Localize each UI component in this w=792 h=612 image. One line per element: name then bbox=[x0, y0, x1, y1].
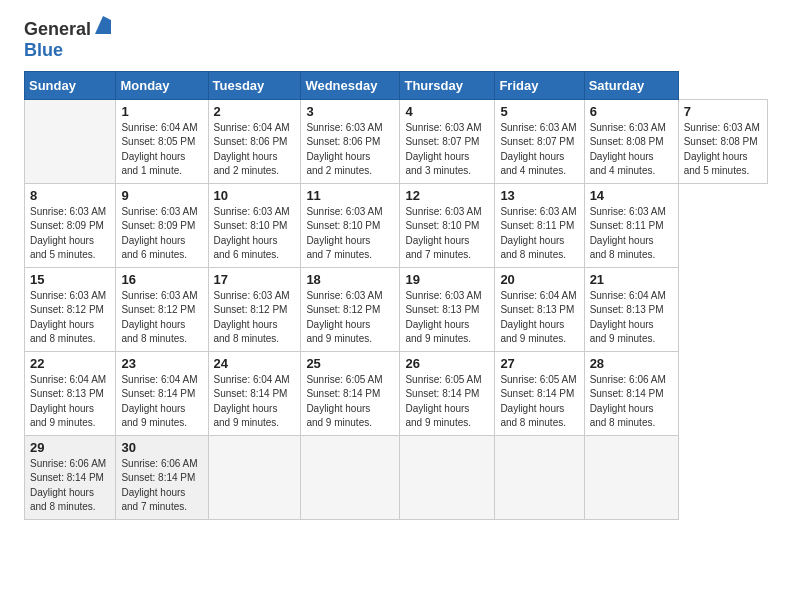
calendar-day-cell: 22 Sunrise: 6:04 AMSunset: 8:13 PMDaylig… bbox=[25, 351, 116, 435]
calendar-header-wednesday: Wednesday bbox=[301, 71, 400, 99]
calendar-week-row: 1 Sunrise: 6:04 AMSunset: 8:05 PMDayligh… bbox=[25, 99, 768, 183]
logo-icon bbox=[95, 16, 111, 34]
day-info: Sunrise: 6:04 AMSunset: 8:13 PMDaylight … bbox=[590, 290, 666, 345]
logo-blue-text: Blue bbox=[24, 40, 63, 61]
calendar-day-cell bbox=[584, 435, 678, 519]
calendar-table: SundayMondayTuesdayWednesdayThursdayFrid… bbox=[24, 71, 768, 520]
calendar-day-cell bbox=[208, 435, 301, 519]
day-info: Sunrise: 6:04 AMSunset: 8:14 PMDaylight … bbox=[214, 374, 290, 429]
day-number: 4 bbox=[405, 104, 489, 119]
logo-general-text: General bbox=[24, 20, 91, 40]
empty-cell bbox=[25, 99, 116, 183]
day-number: 17 bbox=[214, 272, 296, 287]
day-number: 9 bbox=[121, 188, 202, 203]
day-number: 19 bbox=[405, 272, 489, 287]
day-info: Sunrise: 6:05 AMSunset: 8:14 PMDaylight … bbox=[306, 374, 382, 429]
day-number: 22 bbox=[30, 356, 110, 371]
header: General Blue bbox=[24, 20, 768, 61]
logo: General Blue bbox=[24, 20, 111, 61]
day-number: 11 bbox=[306, 188, 394, 203]
calendar-day-cell: 15 Sunrise: 6:03 AMSunset: 8:12 PMDaylig… bbox=[25, 267, 116, 351]
calendar-week-row: 15 Sunrise: 6:03 AMSunset: 8:12 PMDaylig… bbox=[25, 267, 768, 351]
day-info: Sunrise: 6:03 AMSunset: 8:10 PMDaylight … bbox=[306, 206, 382, 261]
day-number: 23 bbox=[121, 356, 202, 371]
day-number: 13 bbox=[500, 188, 578, 203]
calendar-day-cell: 29 Sunrise: 6:06 AMSunset: 8:14 PMDaylig… bbox=[25, 435, 116, 519]
day-info: Sunrise: 6:03 AMSunset: 8:08 PMDaylight … bbox=[590, 122, 666, 177]
calendar-header-row: SundayMondayTuesdayWednesdayThursdayFrid… bbox=[25, 71, 768, 99]
calendar-day-cell: 1 Sunrise: 6:04 AMSunset: 8:05 PMDayligh… bbox=[116, 99, 208, 183]
day-info: Sunrise: 6:03 AMSunset: 8:09 PMDaylight … bbox=[121, 206, 197, 261]
day-number: 7 bbox=[684, 104, 762, 119]
day-info: Sunrise: 6:06 AMSunset: 8:14 PMDaylight … bbox=[30, 458, 106, 513]
calendar-body: 1 Sunrise: 6:04 AMSunset: 8:05 PMDayligh… bbox=[25, 99, 768, 519]
calendar-day-cell: 13 Sunrise: 6:03 AMSunset: 8:11 PMDaylig… bbox=[495, 183, 584, 267]
calendar-header-sunday: Sunday bbox=[25, 71, 116, 99]
calendar-day-cell: 7 Sunrise: 6:03 AMSunset: 8:08 PMDayligh… bbox=[678, 99, 767, 183]
calendar-day-cell: 23 Sunrise: 6:04 AMSunset: 8:14 PMDaylig… bbox=[116, 351, 208, 435]
day-number: 8 bbox=[30, 188, 110, 203]
day-info: Sunrise: 6:05 AMSunset: 8:14 PMDaylight … bbox=[500, 374, 576, 429]
calendar-header-saturday: Saturday bbox=[584, 71, 678, 99]
calendar-day-cell: 24 Sunrise: 6:04 AMSunset: 8:14 PMDaylig… bbox=[208, 351, 301, 435]
calendar-week-row: 29 Sunrise: 6:06 AMSunset: 8:14 PMDaylig… bbox=[25, 435, 768, 519]
calendar-day-cell: 17 Sunrise: 6:03 AMSunset: 8:12 PMDaylig… bbox=[208, 267, 301, 351]
day-number: 6 bbox=[590, 104, 673, 119]
calendar-day-cell bbox=[301, 435, 400, 519]
calendar-day-cell: 27 Sunrise: 6:05 AMSunset: 8:14 PMDaylig… bbox=[495, 351, 584, 435]
day-number: 28 bbox=[590, 356, 673, 371]
svg-marker-0 bbox=[95, 16, 111, 34]
day-info: Sunrise: 6:03 AMSunset: 8:12 PMDaylight … bbox=[30, 290, 106, 345]
day-number: 24 bbox=[214, 356, 296, 371]
day-info: Sunrise: 6:04 AMSunset: 8:13 PMDaylight … bbox=[30, 374, 106, 429]
calendar-day-cell: 8 Sunrise: 6:03 AMSunset: 8:09 PMDayligh… bbox=[25, 183, 116, 267]
day-number: 14 bbox=[590, 188, 673, 203]
day-number: 29 bbox=[30, 440, 110, 455]
calendar-day-cell: 3 Sunrise: 6:03 AMSunset: 8:06 PMDayligh… bbox=[301, 99, 400, 183]
day-number: 20 bbox=[500, 272, 578, 287]
day-info: Sunrise: 6:04 AMSunset: 8:05 PMDaylight … bbox=[121, 122, 197, 177]
calendar-day-cell: 4 Sunrise: 6:03 AMSunset: 8:07 PMDayligh… bbox=[400, 99, 495, 183]
calendar-day-cell: 12 Sunrise: 6:03 AMSunset: 8:10 PMDaylig… bbox=[400, 183, 495, 267]
calendar-day-cell: 25 Sunrise: 6:05 AMSunset: 8:14 PMDaylig… bbox=[301, 351, 400, 435]
day-number: 18 bbox=[306, 272, 394, 287]
day-number: 21 bbox=[590, 272, 673, 287]
calendar-day-cell bbox=[495, 435, 584, 519]
calendar-day-cell: 2 Sunrise: 6:04 AMSunset: 8:06 PMDayligh… bbox=[208, 99, 301, 183]
day-info: Sunrise: 6:03 AMSunset: 8:13 PMDaylight … bbox=[405, 290, 481, 345]
calendar-day-cell: 5 Sunrise: 6:03 AMSunset: 8:07 PMDayligh… bbox=[495, 99, 584, 183]
calendar-day-cell: 26 Sunrise: 6:05 AMSunset: 8:14 PMDaylig… bbox=[400, 351, 495, 435]
day-number: 30 bbox=[121, 440, 202, 455]
day-info: Sunrise: 6:03 AMSunset: 8:12 PMDaylight … bbox=[306, 290, 382, 345]
calendar-day-cell: 11 Sunrise: 6:03 AMSunset: 8:10 PMDaylig… bbox=[301, 183, 400, 267]
calendar-day-cell: 30 Sunrise: 6:06 AMSunset: 8:14 PMDaylig… bbox=[116, 435, 208, 519]
calendar-day-cell: 16 Sunrise: 6:03 AMSunset: 8:12 PMDaylig… bbox=[116, 267, 208, 351]
day-number: 26 bbox=[405, 356, 489, 371]
day-info: Sunrise: 6:04 AMSunset: 8:06 PMDaylight … bbox=[214, 122, 290, 177]
calendar-day-cell: 20 Sunrise: 6:04 AMSunset: 8:13 PMDaylig… bbox=[495, 267, 584, 351]
day-info: Sunrise: 6:03 AMSunset: 8:11 PMDaylight … bbox=[590, 206, 666, 261]
calendar-header-thursday: Thursday bbox=[400, 71, 495, 99]
calendar-header-tuesday: Tuesday bbox=[208, 71, 301, 99]
day-number: 3 bbox=[306, 104, 394, 119]
day-info: Sunrise: 6:03 AMSunset: 8:10 PMDaylight … bbox=[214, 206, 290, 261]
day-number: 12 bbox=[405, 188, 489, 203]
calendar-day-cell bbox=[400, 435, 495, 519]
calendar-day-cell: 9 Sunrise: 6:03 AMSunset: 8:09 PMDayligh… bbox=[116, 183, 208, 267]
day-info: Sunrise: 6:03 AMSunset: 8:12 PMDaylight … bbox=[121, 290, 197, 345]
day-info: Sunrise: 6:03 AMSunset: 8:06 PMDaylight … bbox=[306, 122, 382, 177]
day-info: Sunrise: 6:03 AMSunset: 8:07 PMDaylight … bbox=[405, 122, 481, 177]
calendar-day-cell: 28 Sunrise: 6:06 AMSunset: 8:14 PMDaylig… bbox=[584, 351, 678, 435]
day-number: 10 bbox=[214, 188, 296, 203]
day-info: Sunrise: 6:03 AMSunset: 8:12 PMDaylight … bbox=[214, 290, 290, 345]
day-info: Sunrise: 6:06 AMSunset: 8:14 PMDaylight … bbox=[121, 458, 197, 513]
calendar-day-cell: 18 Sunrise: 6:03 AMSunset: 8:12 PMDaylig… bbox=[301, 267, 400, 351]
day-number: 27 bbox=[500, 356, 578, 371]
day-info: Sunrise: 6:03 AMSunset: 8:07 PMDaylight … bbox=[500, 122, 576, 177]
day-info: Sunrise: 6:03 AMSunset: 8:09 PMDaylight … bbox=[30, 206, 106, 261]
day-number: 16 bbox=[121, 272, 202, 287]
calendar-day-cell: 21 Sunrise: 6:04 AMSunset: 8:13 PMDaylig… bbox=[584, 267, 678, 351]
calendar-day-cell: 19 Sunrise: 6:03 AMSunset: 8:13 PMDaylig… bbox=[400, 267, 495, 351]
day-number: 1 bbox=[121, 104, 202, 119]
day-info: Sunrise: 6:04 AMSunset: 8:14 PMDaylight … bbox=[121, 374, 197, 429]
